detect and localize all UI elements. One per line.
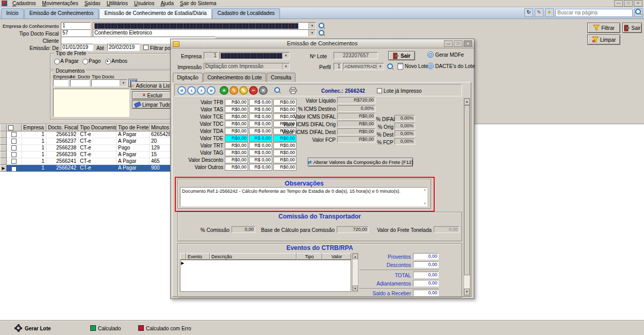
valor-outros-c2[interactable]: R$ 0,00 (249, 164, 272, 171)
valor-tda-c2[interactable]: R$ 0,00 (249, 128, 272, 135)
find-icon[interactable] (634, 8, 643, 17)
radio-ambos[interactable] (105, 59, 111, 64)
cell-docto[interactable]: 2566238 (46, 145, 78, 152)
valor-desconto-c1[interactable]: R$0,00 (225, 157, 248, 163)
maximize-icon[interactable]: □ (624, 0, 633, 7)
cell-empresa[interactable]: 1 (22, 152, 46, 158)
edit-pencil-icon[interactable]: ✎ (535, 8, 543, 17)
first-record-icon[interactable]: « (177, 86, 186, 95)
edit-record-icon[interactable]: ✎ (239, 86, 248, 95)
tab-cadastro-localidades[interactable]: Cadastro de Localidades (212, 8, 280, 19)
eventos-header-descricao[interactable]: Descrição (210, 253, 296, 260)
modal-tab-consulta[interactable]: Consulta (267, 73, 295, 82)
observacoes-memo[interactable]: Documento Ref.1-2566242 - Cálculo Refere… (180, 187, 427, 207)
valor-trt-c1[interactable]: R$0,00 (225, 142, 248, 149)
modal-empresa-combo[interactable]: ████████████████████ ▼ (219, 52, 290, 59)
menu-movimentacoes[interactable]: Movimentações (39, 0, 81, 7)
cell-tipo-frete[interactable]: A Pagar (117, 152, 150, 158)
tab-emissao-conhecimentos[interactable]: Emissão de Conhecimentos (24, 8, 99, 19)
valor-tfb-c1[interactable]: R$0,00 (225, 99, 248, 106)
valor-tde-c1[interactable]: R$0,00 (225, 135, 248, 142)
cell-docto[interactable]: 2566237 (46, 138, 78, 145)
menu-ajuda[interactable]: Ajuda (157, 0, 177, 7)
documentos-list-area[interactable] (53, 89, 129, 117)
valor-trt-c2[interactable]: R$ 0,00 (249, 142, 272, 149)
grid-header-empresa[interactable]: Empresa (22, 124, 46, 131)
row-checkbox[interactable] (11, 145, 16, 150)
chevron-down-icon[interactable]: ▼ (308, 30, 316, 36)
row-checkbox-cell[interactable] (7, 145, 22, 152)
cell-tipo-frete[interactable]: A Pagar (117, 138, 150, 145)
row-checkbox[interactable] (11, 159, 16, 164)
next-record-icon[interactable]: › (197, 86, 206, 95)
row-checkbox[interactable]: ✓ (11, 166, 16, 172)
cell-empresa[interactable]: 1 (22, 165, 46, 172)
menu-cadastros[interactable]: Cadastros (9, 0, 39, 7)
cell-docto[interactable]: 2566192 (46, 131, 78, 138)
refresh-icon[interactable]: ↻ (524, 8, 533, 17)
tipo-docto-code-field[interactable]: 57 (61, 29, 91, 37)
tipo-docto-combo[interactable]: Conhecimento Eletronico ▼ (93, 29, 316, 37)
gerar-mdfe-button[interactable]: @ Gerar MDFe (427, 52, 464, 58)
grid-header-docto-fiscal[interactable]: Docto. Fiscal (46, 124, 78, 131)
valor-tas-c2[interactable]: R$ 0,00 (249, 106, 272, 113)
documentos-empresa-field[interactable] (53, 79, 69, 87)
find-input[interactable] (555, 9, 633, 17)
excluir-button[interactable]: × Excluir (132, 91, 173, 99)
minimize-icon[interactable]: — (614, 0, 623, 7)
scroll-thumb[interactable] (464, 105, 470, 275)
cell-docto[interactable]: 2566242 (46, 165, 78, 172)
row-checkbox-cell[interactable]: ✓ (7, 165, 22, 172)
radio-a-pagar[interactable] (54, 59, 60, 64)
emissao-ate-field[interactable]: 20/02/2019 (107, 44, 140, 51)
impressao-combo[interactable]: Digitação com Impressão ▼ (204, 63, 290, 70)
minimize-icon[interactable]: — (444, 40, 453, 47)
cell-tipo-documento[interactable]: CT-e (78, 158, 117, 165)
eventos-header-tipo[interactable]: Tipo (296, 253, 322, 260)
close-icon[interactable]: × (634, 0, 642, 7)
tab-emissao-estadia-diaria[interactable]: Emissão de Conhecimento de Estadia/Diári… (99, 8, 211, 19)
row-checkbox-cell[interactable] (7, 152, 22, 158)
filtrar-conhecimentos-checkbox[interactable] (143, 45, 148, 50)
emissao-de-field[interactable]: 01/01/2019 (61, 44, 93, 51)
valor-tde-c2[interactable]: R$ 0,00 (249, 135, 272, 142)
valor-tdc-c1[interactable]: R$0,00 (225, 121, 248, 127)
eventos-grid-body[interactable]: ▶ (180, 260, 351, 292)
cell-empresa[interactable]: 1 (22, 145, 46, 152)
tab-inicio[interactable]: Início (1, 8, 24, 19)
panel-scrollbar[interactable]: ▲ ▼ (464, 98, 470, 296)
row-checkbox[interactable] (11, 139, 16, 144)
cell-empresa[interactable]: 1 (22, 131, 46, 138)
valor-tag-c2[interactable]: R$ 0,00 (249, 149, 272, 156)
valor-tdc-c2[interactable]: R$ 0,00 (249, 121, 272, 127)
scroll-up-icon[interactable]: ▲ (423, 188, 426, 191)
limpar-button[interactable]: Limpar (587, 35, 620, 45)
novo-lote-button[interactable]: Novo Lote (398, 63, 428, 70)
grid-header-check[interactable] (7, 124, 22, 131)
valor-tce-c2[interactable]: R$ 0,00 (249, 113, 272, 120)
scroll-up-icon[interactable]: ▲ (353, 254, 358, 259)
scroll-down-icon[interactable]: ▼ (353, 286, 358, 291)
scroll-down-icon[interactable]: ▼ (423, 202, 426, 205)
valor-tce-c1[interactable]: R$0,00 (225, 113, 248, 120)
valor-outros-c3[interactable]: R$0,00 (273, 164, 296, 171)
cell-docto[interactable]: 2566241 (46, 158, 78, 165)
cancel-record-icon[interactable]: × (259, 86, 268, 95)
gerar-lote-button[interactable]: Gerar Lote (25, 325, 51, 332)
modal-tab-conhecimentos-lote[interactable]: Conhecimentos do Lote (203, 73, 266, 82)
eventos-header-valor[interactable]: Valor (322, 253, 351, 260)
print-icon[interactable] (289, 87, 297, 95)
valor-tda-c1[interactable]: R$0,00 (225, 128, 248, 135)
scroll-up-icon[interactable]: ▲ (464, 98, 470, 105)
valor-tag-c3[interactable]: R$0,00 (273, 149, 296, 156)
menu-saidas[interactable]: Saídas (81, 0, 104, 7)
cell-tipo-documento[interactable]: CT-e (78, 152, 117, 158)
favorites-star-icon[interactable]: ★ (545, 8, 554, 17)
cell-tipo-documento[interactable]: CT-e (78, 165, 117, 172)
lote-impresso-checkbox[interactable] (377, 88, 382, 93)
eventos-scrollbar[interactable]: ▲ ▼ (352, 253, 358, 292)
row-checkbox-cell[interactable] (7, 158, 22, 165)
alterar-valores-button[interactable]: ⇄ Alterar Valores da Composição do Frete… (308, 158, 413, 166)
row-checkbox[interactable] (11, 152, 16, 157)
chevron-down-icon[interactable]: ▼ (308, 23, 316, 29)
